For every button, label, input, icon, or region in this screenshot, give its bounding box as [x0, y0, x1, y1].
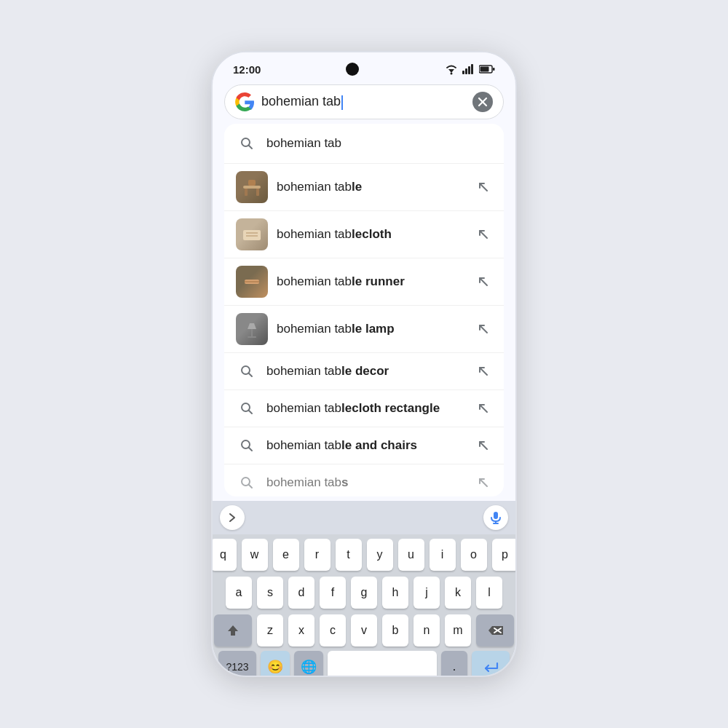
- shift-icon: [226, 624, 240, 637]
- key-y[interactable]: y: [367, 539, 393, 571]
- suggestion-item[interactable]: bohemian table lamp: [224, 306, 504, 353]
- key-q[interactable]: q: [211, 539, 237, 571]
- key-c[interactable]: c: [320, 614, 346, 646]
- suggestion-item[interactable]: bohemian table runner: [224, 258, 504, 306]
- suggestion-text: bohemian table lamp: [277, 322, 466, 336]
- arrow-icon: [475, 474, 492, 491]
- key-s[interactable]: s: [257, 577, 283, 609]
- key-row-3: z x c v b n m: [217, 614, 511, 646]
- svg-line-12: [249, 146, 253, 149]
- key-j[interactable]: j: [414, 577, 440, 609]
- svg-marker-44: [228, 625, 238, 636]
- space-key[interactable]: [328, 651, 437, 677]
- search-icon: [236, 360, 258, 382]
- key-p[interactable]: p: [492, 539, 518, 571]
- svg-line-33: [249, 411, 253, 414]
- google-logo: [235, 92, 254, 111]
- wifi-icon: [444, 63, 459, 75]
- suggestion-item[interactable]: bohemian table: [224, 164, 504, 211]
- keyboard-bottom-row: ?123 😊 🌐 .: [213, 646, 515, 677]
- suggestion-text: bohemian tabs: [266, 475, 466, 490]
- svg-rect-26: [251, 329, 253, 336]
- svg-line-17: [480, 183, 487, 191]
- search-icon: [236, 435, 258, 456]
- key-u[interactable]: u: [398, 539, 424, 571]
- svg-rect-27: [248, 336, 256, 338]
- suggestion-text: bohemian table: [277, 180, 466, 194]
- chevron-right-icon: [226, 512, 238, 523]
- suggestion-item[interactable]: bohemian tablecloth rectangle: [224, 390, 504, 427]
- status-bar: 12:00: [213, 52, 515, 82]
- suggestion-item[interactable]: bohemian tab: [224, 124, 504, 164]
- suggestion-thumbnail: [236, 218, 268, 250]
- clear-button[interactable]: [472, 92, 493, 112]
- period-key[interactable]: .: [441, 651, 467, 677]
- keyboard-toolbar: [213, 501, 515, 534]
- svg-rect-13: [243, 186, 261, 189]
- key-z[interactable]: z: [257, 614, 283, 646]
- suggestion-thumbnail: [236, 171, 268, 203]
- suggestion-text: bohemian tablecloth: [277, 227, 466, 242]
- svg-rect-2: [462, 71, 464, 74]
- suggestion-text: bohemian table and chairs: [266, 438, 466, 453]
- key-w[interactable]: w: [242, 539, 268, 571]
- key-b[interactable]: b: [382, 614, 408, 646]
- shift-key[interactable]: [214, 614, 252, 646]
- svg-line-30: [249, 373, 253, 377]
- keyboard-toolbar-expand-button[interactable]: [220, 505, 245, 530]
- key-l[interactable]: l: [476, 577, 502, 609]
- suggestion-thumbnail: [236, 313, 268, 345]
- key-x[interactable]: x: [288, 614, 314, 646]
- key-i[interactable]: i: [430, 539, 456, 571]
- suggestion-item[interactable]: bohemian table decor: [224, 353, 504, 390]
- svg-rect-15: [256, 189, 259, 196]
- key-v[interactable]: v: [351, 614, 377, 646]
- svg-rect-3: [465, 68, 467, 74]
- globe-key[interactable]: 🌐: [294, 651, 323, 677]
- key-h[interactable]: h: [382, 577, 408, 609]
- svg-rect-18: [243, 230, 261, 240]
- arrow-icon: [475, 226, 492, 243]
- return-icon: [483, 660, 499, 673]
- close-icon: [478, 97, 488, 107]
- svg-line-39: [249, 485, 253, 488]
- voice-input-button[interactable]: [483, 505, 508, 530]
- delete-key[interactable]: [476, 614, 514, 646]
- key-g[interactable]: g: [351, 577, 377, 609]
- key-t[interactable]: t: [336, 539, 362, 571]
- key-f[interactable]: f: [320, 577, 346, 609]
- key-e[interactable]: e: [273, 539, 299, 571]
- suggestion-text: bohemian tablecloth rectangle: [266, 401, 466, 416]
- suggestion-item[interactable]: bohemian table and chairs: [224, 427, 504, 464]
- svg-line-37: [480, 442, 487, 449]
- numeric-key[interactable]: ?123: [218, 651, 256, 677]
- search-icon: [236, 397, 258, 419]
- search-text: bohemian tab: [261, 94, 341, 108]
- suggestion-text: bohemian table decor: [266, 364, 466, 379]
- signal-icon: [462, 64, 475, 74]
- key-row-1: q w e r t y u i o p: [217, 539, 511, 571]
- key-m[interactable]: m: [445, 614, 471, 646]
- key-o[interactable]: o: [461, 539, 487, 571]
- enter-key[interactable]: [472, 651, 510, 677]
- emoji-key[interactable]: 😊: [261, 651, 290, 677]
- key-d[interactable]: d: [288, 577, 314, 609]
- svg-rect-7: [493, 68, 495, 71]
- suggestion-item[interactable]: bohemian tabs: [224, 464, 504, 496]
- text-cursor: [341, 95, 343, 110]
- suggestion-item[interactable]: bohemian tablecloth: [224, 211, 504, 258]
- arrow-icon: [475, 400, 492, 417]
- suggestion-text: bohemian table runner: [277, 274, 466, 289]
- svg-marker-45: [488, 626, 503, 635]
- key-a[interactable]: a: [226, 577, 252, 609]
- arrow-icon: [475, 320, 492, 338]
- svg-line-31: [480, 368, 487, 375]
- key-k[interactable]: k: [445, 577, 471, 609]
- backspace-icon: [487, 625, 503, 636]
- arrow-icon: [475, 437, 492, 454]
- svg-line-21: [480, 231, 487, 238]
- key-r[interactable]: r: [304, 539, 331, 571]
- search-input[interactable]: bohemian tab: [261, 94, 465, 109]
- key-n[interactable]: n: [414, 614, 440, 646]
- search-bar[interactable]: bohemian tab: [224, 84, 504, 119]
